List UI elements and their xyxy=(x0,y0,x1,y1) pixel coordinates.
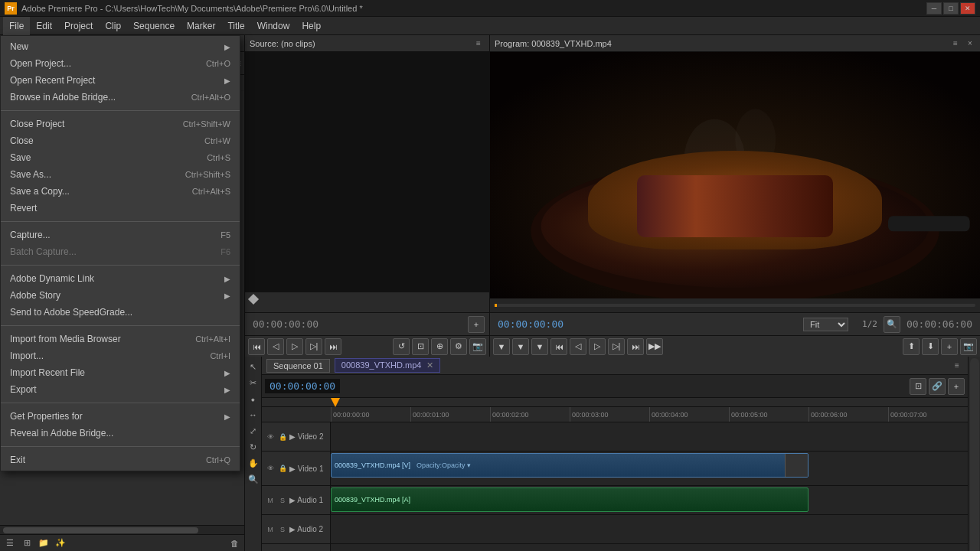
icon-new-bin[interactable]: 📁 xyxy=(37,536,51,550)
minimize-button[interactable]: ─ xyxy=(926,2,942,15)
audio2-content[interactable] xyxy=(331,515,968,543)
icon-clear[interactable]: 🗑 xyxy=(227,536,241,550)
timeline-tab-sequence[interactable]: Sequence 01 xyxy=(266,359,330,373)
menu-import-media-browser[interactable]: Import from Media Browser Ctrl+Alt+I xyxy=(1,331,240,347)
mark-in[interactable]: ▼ xyxy=(493,338,510,355)
zoom-button[interactable]: 🔍 xyxy=(884,316,900,333)
program-menu-button[interactable]: ≡ xyxy=(949,37,962,50)
audio3-content[interactable] xyxy=(331,544,968,551)
settings-button[interactable]: ⚙ xyxy=(450,338,467,355)
menu-browse-bridge[interactable]: Browse in Adobe Bridge... Ctrl+Alt+O xyxy=(1,89,240,106)
menu-save[interactable]: Save Ctrl+S xyxy=(1,149,240,166)
timeline-tab-media[interactable]: 000839_VTXHD.mp4 ✕ xyxy=(335,358,441,373)
audio2-solo[interactable]: S xyxy=(277,524,288,535)
audio1-mute[interactable]: M xyxy=(265,495,276,506)
play-button[interactable]: ▷ xyxy=(286,338,303,355)
menu-save-as[interactable]: Save As... Ctrl+Shift+S xyxy=(1,166,240,183)
output-button[interactable]: ⊕ xyxy=(431,338,448,355)
menu-export[interactable]: Export ▶ xyxy=(1,381,240,398)
step-back-button[interactable]: ⏮ xyxy=(248,338,265,355)
menu-exit[interactable]: Exit Ctrl+Q xyxy=(1,452,240,468)
menu-revert[interactable]: Revert xyxy=(1,200,240,217)
next-edit[interactable]: ⏭ xyxy=(627,338,644,355)
timeline-menu-button[interactable]: ≡ xyxy=(951,360,963,372)
safe-margins[interactable]: ⊡ xyxy=(412,338,429,355)
icon-new-item[interactable]: ✨ xyxy=(54,536,67,550)
menu-sequence[interactable]: Sequence xyxy=(127,17,181,35)
audio1-content[interactable]: 000839_VTXHD.mp4 [A] xyxy=(331,486,968,514)
extract-button[interactable]: ⬇ xyxy=(922,338,939,355)
menu-save-copy[interactable]: Save a Copy... Ctrl+Alt+S xyxy=(1,183,240,200)
right-scroll-thumb[interactable] xyxy=(970,358,979,551)
tool-rotate[interactable]: ↻ xyxy=(247,440,260,454)
video1-clip[interactable]: 000839_VTXHD.mp4 [V] Opacity:Opacity ▾ xyxy=(331,453,808,478)
menu-open-project[interactable]: Open Project... Ctrl+O xyxy=(1,55,240,72)
loop-button[interactable]: ↺ xyxy=(393,338,410,355)
linked-select[interactable]: 🔗 xyxy=(929,378,946,395)
menu-help[interactable]: Help xyxy=(296,17,327,35)
go-out[interactable]: ▶▶ xyxy=(646,338,663,355)
tab-close-media[interactable]: ✕ xyxy=(426,360,433,370)
menu-get-properties[interactable]: Get Properties for ▶ xyxy=(1,408,240,425)
menu-import[interactable]: Import... Ctrl+I xyxy=(1,347,240,364)
menu-window[interactable]: Window xyxy=(251,17,296,35)
menu-close-project[interactable]: Close Project Ctrl+Shift+W xyxy=(1,116,240,132)
tool-ripple[interactable]: ⬥ xyxy=(247,392,260,406)
menu-close[interactable]: Close Ctrl+W xyxy=(1,132,240,149)
step-back-prog[interactable]: ◁ xyxy=(570,338,586,355)
go-in[interactable]: ▼ xyxy=(531,338,548,355)
add-track[interactable]: + xyxy=(948,378,965,395)
play-next-button[interactable]: ▷| xyxy=(305,338,322,355)
tool-resize[interactable]: ⤢ xyxy=(247,424,260,438)
menu-adobe-dynamic-link[interactable]: Adobe Dynamic Link ▶ xyxy=(1,270,240,287)
menu-capture[interactable]: Capture... F5 xyxy=(1,227,240,243)
menu-send-speedgrade[interactable]: Send to Adobe SpeedGrade... xyxy=(1,304,240,321)
lift-button[interactable]: ⬆ xyxy=(903,338,920,355)
tool-slip[interactable]: ↔ xyxy=(247,408,260,422)
maximize-button[interactable]: □ xyxy=(943,2,959,15)
video2-lock[interactable]: 🔒 xyxy=(277,432,288,442)
tool-zoom[interactable]: 🔍 xyxy=(247,472,260,486)
snap-button[interactable]: ⊡ xyxy=(910,378,926,395)
play-prev-button[interactable]: ◁ xyxy=(267,338,284,355)
video2-content[interactable] xyxy=(331,422,968,451)
icon-grid-view[interactable]: ⊞ xyxy=(20,536,34,550)
add-clip-button[interactable]: + xyxy=(468,316,485,333)
camera-prog[interactable]: 📷 xyxy=(960,338,977,355)
menu-file[interactable]: File xyxy=(3,17,30,35)
icon-list-view[interactable]: ☰ xyxy=(3,536,17,550)
menu-import-recent[interactable]: Import Recent File ▶ xyxy=(1,364,240,381)
menu-clip[interactable]: Clip xyxy=(99,17,127,35)
menu-new[interactable]: New ▶ xyxy=(1,38,240,55)
audio1-clip[interactable]: 000839_VTXHD.mp4 [A] xyxy=(331,487,808,512)
source-menu-button[interactable]: ≡ xyxy=(472,37,485,50)
step-forward-button[interactable]: ⏭ xyxy=(325,338,341,355)
menu-edit[interactable]: Edit xyxy=(30,17,58,35)
video2-label: ▶ Video 2 xyxy=(289,432,327,441)
menu-reveal-bridge[interactable]: Reveal in Adobe Bridge... xyxy=(1,425,240,442)
menu-open-recent[interactable]: Open Recent Project ▶ xyxy=(1,72,240,89)
tool-select[interactable]: ↖ xyxy=(247,360,260,373)
step-fwd-prog[interactable]: ▷| xyxy=(608,338,625,355)
video1-eye[interactable]: 👁 xyxy=(265,463,276,474)
close-button[interactable]: ✕ xyxy=(960,2,975,15)
add-marker[interactable]: + xyxy=(941,338,958,355)
prev-edit[interactable]: ⏮ xyxy=(550,338,567,355)
play-prog[interactable]: ▷ xyxy=(589,338,606,355)
tool-razor[interactable]: ✂ xyxy=(247,376,260,390)
video2-eye[interactable]: 👁 xyxy=(265,432,276,442)
video1-lock[interactable]: 🔒 xyxy=(277,463,288,474)
menu-project[interactable]: Project xyxy=(58,17,99,35)
tool-hand[interactable]: ✋ xyxy=(247,456,260,470)
menu-adobe-story[interactable]: Adobe Story ▶ xyxy=(1,287,240,304)
menu-title[interactable]: Title xyxy=(221,17,250,35)
menu-marker[interactable]: Marker xyxy=(181,17,221,35)
video1-content[interactable]: 000839_VTXHD.mp4 [V] Opacity:Opacity ▾ xyxy=(331,452,968,485)
scrollbar-thumb-h[interactable] xyxy=(3,527,198,533)
camera-button[interactable]: 📷 xyxy=(469,338,486,355)
fit-dropdown[interactable]: Fit 25% 50% 100% xyxy=(803,318,848,331)
audio2-mute[interactable]: M xyxy=(265,524,276,535)
mark-out[interactable]: ▼ xyxy=(512,338,529,355)
audio1-solo[interactable]: S xyxy=(277,495,288,506)
program-close-button[interactable]: × xyxy=(965,38,975,49)
